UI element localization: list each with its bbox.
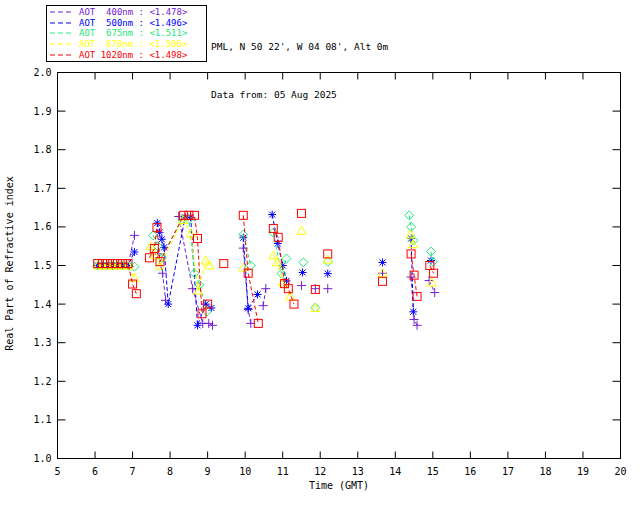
svg-text:1.6: 1.6 <box>33 221 51 232</box>
legend-dashed-line-icon <box>50 42 74 46</box>
svg-text:2.0: 2.0 <box>33 67 51 78</box>
svg-text:12: 12 <box>314 466 326 477</box>
svg-text:8: 8 <box>167 466 173 477</box>
header-line-date: Data from: 05 Aug 2025 <box>211 87 388 103</box>
legend-label: AOT 675nm : <1.511> <box>79 28 187 38</box>
legend-label: AOT 1020nm : <1.498> <box>79 50 187 60</box>
series-400nm <box>93 212 439 330</box>
legend-item-400nm: AOT 400nm : <1.478> <box>50 7 203 17</box>
svg-text:5: 5 <box>54 466 60 477</box>
y-axis-label: Real Part of Refractive index <box>4 176 15 352</box>
header-line-location: PML, N 50 22', W 04 08', Alt 0m <box>211 39 388 55</box>
svg-text:14: 14 <box>389 466 401 477</box>
svg-text:20: 20 <box>614 466 626 477</box>
legend-item-1020nm: AOT 1020nm : <1.498> <box>50 50 203 60</box>
svg-text:1.5: 1.5 <box>33 260 51 271</box>
legend-label: AOT 500nm : <1.496> <box>79 18 187 28</box>
svg-text:1.7: 1.7 <box>33 183 51 194</box>
svg-text:18: 18 <box>539 466 551 477</box>
svg-text:6: 6 <box>92 466 98 477</box>
svg-text:15: 15 <box>427 466 439 477</box>
svg-text:1.2: 1.2 <box>33 376 51 387</box>
svg-text:17: 17 <box>502 466 514 477</box>
series-675nm <box>93 211 437 316</box>
svg-text:1.9: 1.9 <box>33 106 51 117</box>
legend-label: AOT 400nm : <1.478> <box>79 7 187 17</box>
y-tick-labels: 1.01.11.21.31.41.51.61.71.81.92.0 <box>33 67 51 464</box>
svg-text:1.1: 1.1 <box>33 414 51 425</box>
legend-dashed-line-icon <box>50 53 74 57</box>
legend-dashed-line-icon <box>50 31 74 35</box>
svg-text:1.8: 1.8 <box>33 144 51 155</box>
x-tick-labels: 567891011121314151617181920 <box>54 466 626 477</box>
legend-dashed-line-icon <box>50 10 74 14</box>
x-axis-label: Time (GMT) <box>0 480 640 491</box>
svg-text:10: 10 <box>239 466 251 477</box>
series-1020nm <box>94 209 438 327</box>
legend-item-675nm: AOT 675nm : <1.511> <box>50 28 203 38</box>
legend-item-500nm: AOT 500nm : <1.496> <box>50 18 203 28</box>
svg-text:7: 7 <box>130 466 136 477</box>
legend-dashed-line-icon <box>50 21 74 25</box>
legend-item-870nm: AOT 870nm : <1.506> <box>50 39 203 49</box>
svg-text:19: 19 <box>577 466 589 477</box>
svg-text:11: 11 <box>277 466 289 477</box>
header-annotations: PML, N 50 22', W 04 08', Alt 0m Data fro… <box>211 7 388 135</box>
svg-text:9: 9 <box>205 466 211 477</box>
svg-text:1.3: 1.3 <box>33 337 51 348</box>
legend: AOT 400nm : <1.478>AOT 500nm : <1.496>AO… <box>46 5 207 62</box>
legend-label: AOT 870nm : <1.506> <box>79 39 187 49</box>
chart-canvas: 5678910111213141516171819201.01.11.21.31… <box>0 0 640 512</box>
svg-text:16: 16 <box>464 466 476 477</box>
svg-text:1.4: 1.4 <box>33 299 51 310</box>
svg-text:13: 13 <box>352 466 364 477</box>
svg-text:1.0: 1.0 <box>33 453 51 464</box>
